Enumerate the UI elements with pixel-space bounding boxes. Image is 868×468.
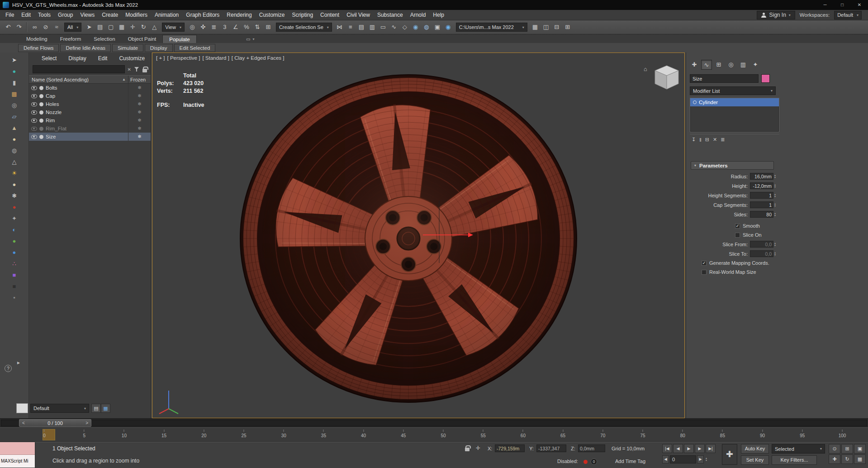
scene-object-row[interactable]: Rim ❄ <box>29 116 151 124</box>
parameters-rollout-header[interactable]: ▾ Parameters <box>691 161 774 170</box>
visibility-eye-icon[interactable] <box>31 135 37 139</box>
expand-toolbar-icon[interactable]: ▸ <box>17 359 20 366</box>
frozen-toggle-icon[interactable]: ❄ <box>128 100 151 108</box>
blue-sphere-tool-icon[interactable]: ● <box>9 247 20 258</box>
parameter-field[interactable]: 1 <box>750 201 773 208</box>
frame-back-button[interactable]: ◀ <box>662 455 669 463</box>
scene-object-row[interactable]: Nozzle ❄ <box>29 108 151 116</box>
frozen-toggle-icon[interactable]: ❄ <box>128 108 151 116</box>
menu-item[interactable]: Civil View <box>343 10 374 20</box>
z-coordinate-field[interactable]: 0,0mm <box>578 444 605 452</box>
plane-tool-icon[interactable]: ▱ <box>9 111 20 122</box>
visibility-eye-icon[interactable] <box>31 86 37 90</box>
play-button[interactable]: ▶ <box>684 444 694 453</box>
frozen-column-header[interactable]: Frozen <box>128 76 151 83</box>
hierarchy-tab[interactable]: ⊞ <box>713 60 724 70</box>
scene-object-row[interactable]: Bolts ❄ <box>29 84 151 92</box>
checkbox-row[interactable]: ✓ Slice On <box>691 230 776 239</box>
cone-tool-icon[interactable]: ▲ <box>9 122 20 134</box>
select-and-manipulate-icon[interactable]: ✜ <box>198 22 209 33</box>
spinner[interactable]: ▴▾ <box>774 193 776 198</box>
show-end-result-icon[interactable]: ‖ <box>699 137 702 143</box>
render-production-icon[interactable]: ◉ <box>443 22 454 33</box>
visibility-eye-icon[interactable] <box>31 127 37 131</box>
modifier-stack-item[interactable]: Cylinder <box>690 98 779 106</box>
menu-item[interactable]: Content <box>317 10 343 20</box>
reference-coordinate-select[interactable]: View ▾ <box>162 23 185 32</box>
pan-icon[interactable]: ✚ <box>829 454 840 464</box>
visibility-eye-icon[interactable] <box>31 102 37 106</box>
time-slider-grip[interactable]: < 0 / 100 > <box>19 419 91 427</box>
previous-frame-arrow[interactable]: < <box>22 420 25 425</box>
chevron-down-icon[interactable]: ▾ <box>252 37 254 41</box>
project-path-select[interactable]: C:\Users\m...s Max 2022 ▾ <box>456 23 527 32</box>
minimize-button[interactable]: ─ <box>816 0 834 10</box>
material-editor-icon[interactable]: ◉ <box>410 22 421 33</box>
frame-forward-button[interactable]: ▶ <box>697 455 704 463</box>
spinner[interactable]: ▴▾ <box>774 212 776 217</box>
time-slider-track[interactable]: < 0 / 100 > <box>0 418 868 427</box>
spinner[interactable]: ▴▾ <box>774 174 776 179</box>
frame-spinner[interactable]: ▴▾ <box>706 457 707 462</box>
checkbox-row[interactable]: ✓ Generate Mapping Coords. <box>691 258 776 267</box>
menu-item[interactable]: Group <box>54 10 76 20</box>
scene-explorer-menu[interactable]: Display <box>68 55 86 62</box>
box-tool-icon[interactable]: ▩ <box>9 88 20 100</box>
viewport-label-segment[interactable]: [ Perspective ] <box>167 55 200 61</box>
menu-item[interactable]: Arnold <box>407 10 430 20</box>
visibility-eye-icon[interactable] <box>31 119 37 123</box>
named-selection-sets-icon[interactable]: ⊞ <box>263 22 274 33</box>
y-coordinate-field[interactable]: -1337,347 <box>536 444 566 452</box>
wheel-model[interactable] <box>237 71 580 406</box>
select-and-move-icon[interactable]: ✛ <box>127 22 138 33</box>
sign-in-button[interactable]: Sign In ▾ <box>757 11 795 19</box>
checkbox-row[interactable]: ✓ Real-World Map Size <box>691 267 776 277</box>
rectangular-selection-icon[interactable]: ▢ <box>105 22 116 33</box>
use-pivot-center-icon[interactable]: ◎ <box>187 22 198 33</box>
next-frame-button[interactable]: ▶ <box>695 444 705 453</box>
lock-icon[interactable] <box>142 69 147 72</box>
create-tab[interactable]: ✚ <box>689 60 700 70</box>
frozen-toggle-icon[interactable]: ❄ <box>128 92 151 100</box>
frozen-toggle-icon[interactable]: ❄ <box>128 84 151 92</box>
menu-item[interactable]: Animation <box>151 10 182 20</box>
green-sphere-tool-icon[interactable]: ● <box>9 235 20 247</box>
spinner-snap-icon[interactable]: ⇅ <box>252 22 263 33</box>
ribbon-tab[interactable]: Populate <box>162 35 196 43</box>
next-frame-arrow[interactable]: > <box>85 420 88 425</box>
frozen-toggle-icon[interactable]: ❄ <box>128 124 151 133</box>
go-to-start-button[interactable]: |◀ <box>662 444 672 453</box>
dark-box-tool-icon[interactable]: ■ <box>9 281 20 292</box>
absolute-mode-icon[interactable]: ✛ <box>476 445 480 451</box>
scene-explorer-toggle-icon[interactable]: ▤ <box>356 22 367 33</box>
frozen-toggle-icon[interactable]: ❄ <box>128 116 151 124</box>
parameter-field[interactable]: 16,0mm <box>750 173 773 180</box>
make-unique-icon[interactable]: ⊟ <box>705 137 709 143</box>
ribbon-tab[interactable]: Freeform <box>54 35 88 43</box>
menu-item[interactable]: Substance <box>374 10 407 20</box>
remove-modifier-icon[interactable]: ✕ <box>713 137 717 143</box>
drop-tool-icon[interactable]: ● <box>9 201 20 213</box>
selection-filter-select[interactable]: All ▾ <box>64 23 81 32</box>
current-frame-field[interactable]: 0 <box>670 455 696 463</box>
percent-snap-icon[interactable]: % <box>241 22 252 33</box>
modifier-list-select[interactable]: Modifier List ▾ <box>690 86 776 95</box>
utilities-tab[interactable]: ✦ <box>750 60 761 70</box>
window-crossing-icon[interactable]: ▦ <box>116 22 127 33</box>
menu-item[interactable]: Views <box>76 10 98 20</box>
frozen-toggle-icon[interactable]: ❄ <box>128 133 151 141</box>
ribbon-tool-button[interactable]: Simulate <box>112 44 143 52</box>
menu-item[interactable]: File <box>2 10 18 20</box>
layer-select[interactable]: Default ▾ <box>30 404 89 413</box>
small-box-tool-icon[interactable]: ▪ <box>9 292 20 303</box>
curve-editor-icon[interactable]: ∿ <box>389 22 399 33</box>
macro-recorder-field[interactable] <box>0 442 35 455</box>
orbit-icon[interactable]: ↻ <box>841 454 853 464</box>
window-layout-icon[interactable]: ⊟ <box>551 22 562 33</box>
redo-icon[interactable]: ↷ <box>14 22 24 33</box>
menu-item[interactable]: Create <box>98 10 122 20</box>
workspace-select[interactable]: Default ▾ <box>834 11 862 19</box>
x-coordinate-field[interactable]: -729,159m <box>495 444 525 452</box>
layers-stack-icon[interactable]: ▤ <box>91 404 101 413</box>
maximize-viewport-icon[interactable]: ▦ <box>854 454 866 464</box>
